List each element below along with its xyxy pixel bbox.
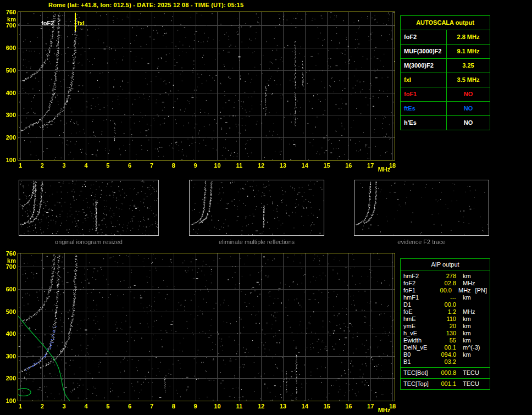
x-axis-unit-label: MHz [376,166,392,173]
autoscala-row: h'EsNO [401,116,490,130]
y-axis-tick-label: 700 [1,263,16,270]
x-axis-tick-label: 10 [211,403,223,410]
autoscala-row: fxI3.5 MHz [401,73,490,87]
aip-row: foF202.8MHz [401,280,490,287]
x-axis-tick-label: 12 [255,403,267,410]
aip-row: ymE20km [401,323,490,330]
thumbnail-f2-trace-evidence [354,180,489,235]
aip-param-value: 094.0 [436,351,456,358]
aip-param-value: 1.2 [436,308,456,316]
autoscala-param-value: 3.25 [447,59,490,73]
x-axis-tick-label: 9 [190,162,202,169]
aip-row: TEC[Bot]000.8TECU [401,369,490,377]
x-axis-tick-label: 17 [364,162,376,169]
y-axis-tick-label: 600 [1,45,16,51]
x-axis-tick-label: 15 [321,162,333,169]
aip-param-unit: TECU [463,380,479,388]
autoscala-param-value: NO [447,116,490,130]
aip-param-unit: km [463,330,471,337]
y-axis-tick-label: 400 [1,90,16,96]
x-axis-tick-label: 3 [58,403,70,410]
aip-param-name: B1 [403,358,436,366]
thumbnail-caption: evidence F2 trace [354,239,489,245]
aip-param-unit: m^(-3) [463,344,480,351]
y-axis-tick-label: 700 [1,22,16,29]
aip-row: B103.2 [401,358,490,366]
aip-row: foE1.2MHz [401,308,490,316]
x-axis-tick-label: 12 [255,162,267,169]
aip-row: B0094.0km [401,351,490,358]
x-axis-tick-label: 1 [14,403,26,410]
aip-param-name: DelN_vE [403,344,436,351]
aip-row: hmF1---km [401,294,490,301]
aip-param-name: hmF1 [403,294,436,301]
aip-param-name: B0 [403,351,436,358]
autoscala-param-value: 9.1 MHz [447,45,490,58]
aip-param-value: 000.8 [436,369,456,377]
aip-param-unit: MHz [458,287,471,294]
autoscala-row: foF22.8 MHz [401,30,490,45]
y-axis-unit-label: km [1,257,16,264]
aip-param-unit: km [463,323,471,330]
y-axis-tick-label: 100 [1,157,16,163]
aip-separator [401,378,490,379]
x-axis-tick-label: 4 [80,162,92,169]
aip-row: foF100.0MHz[PN] [401,287,490,294]
aip-table-rows: hmF2278kmfoF202.8MHzfoF100.0MHz[PN]hmF1-… [401,273,490,388]
aip-param-value: 00.0 [436,301,456,308]
y-axis-tick-label: 300 [1,112,16,118]
aip-row: Ewidth55km [401,337,490,344]
aip-row: h_vE130km [401,330,490,337]
x-axis-tick-label: 5 [102,403,114,410]
x-axis-tick-label: 6 [124,403,136,410]
aip-param-value: 001.1 [436,380,456,388]
autoscala-row: M(3000)F23.25 [401,59,490,73]
fxI-marker-line [75,13,76,31]
aip-param-value: --- [436,294,456,301]
autoscala-table-title: AUTOSCALA output [401,16,490,30]
x-axis-unit-label: MHz [376,407,392,413]
x-axis-tick-label: 17 [364,403,376,410]
foF2-annotation-label: foF2 [41,20,54,26]
aip-param-name: foF1 [403,287,434,294]
x-axis-tick-label: 15 [321,403,333,410]
autoscala-screen: Rome (lat: +41.8, lon: 012.5) - DATE: 20… [0,0,532,415]
autoscala-row: ftEsNO [401,102,490,116]
aip-param-value: 02.8 [436,280,456,287]
autoscala-param-value: NO [447,102,490,115]
x-axis-tick-label: 1 [14,162,26,169]
y-axis-tick-label: 760 [1,250,16,257]
y-axis-tick-label: 100 [1,397,16,404]
x-axis-tick-label: 11 [233,162,245,169]
y-axis-tick-label: 760 [1,9,16,15]
aip-table-title: AIP output [401,259,490,270]
aip-param-value: 110 [436,316,456,323]
main-ionogram-canvas [18,12,395,160]
thumbnail-original-ionogram [19,180,158,235]
aip-param-name: Ewidth [403,337,436,344]
autoscala-param-value: NO [447,87,490,101]
aip-separator [401,367,490,368]
aip-param-name: TEC[Bot] [403,369,436,377]
aip-param-name: foE [403,308,436,316]
x-axis-tick-label: 16 [342,162,354,169]
aip-param-unit: TECU [463,369,479,377]
autoscala-param-name: MUF(3000)F2 [401,45,447,58]
x-axis-tick-label: 7 [146,403,158,410]
x-axis-tick-label: 5 [102,162,114,169]
aip-param-value: 03.2 [436,358,456,366]
aip-param-unit: MHz [463,280,475,287]
x-axis-tick-label: 11 [233,403,245,410]
y-axis-tick-label: 500 [1,67,16,74]
x-axis-tick-label: 6 [124,162,136,169]
aip-row: TEC[Top]001.1TECU [401,380,490,388]
aip-param-name: ymE [403,323,436,330]
x-axis-tick-label: 4 [80,403,92,410]
autoscala-param-name: foF1 [401,87,447,101]
inverted-ionogram-canvas [18,253,395,401]
x-axis-tick-label: 16 [342,403,354,410]
autoscala-param-name: h'Es [401,116,447,130]
autoscala-row: MUF(3000)F29.1 MHz [401,45,490,59]
aip-param-value: 130 [436,330,456,337]
autoscala-table-rows: foF22.8 MHzMUF(3000)F29.1 MHzM(3000)F23.… [401,30,490,130]
